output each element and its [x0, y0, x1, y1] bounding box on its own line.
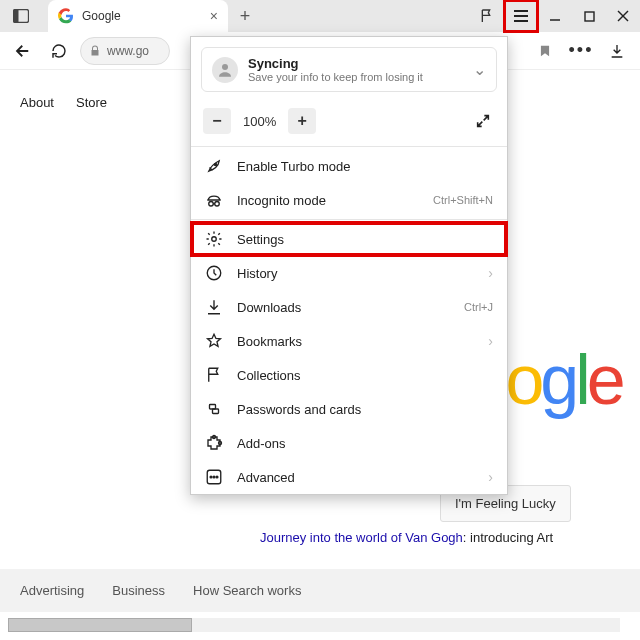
- menu-item-turbo[interactable]: Enable Turbo mode: [191, 149, 507, 183]
- flag-icon: [479, 8, 495, 24]
- titlebar: Google × +: [0, 0, 640, 32]
- bookmark-button[interactable]: [530, 36, 560, 66]
- menu-item-collections[interactable]: Collections: [191, 358, 507, 392]
- footer-business[interactable]: Business: [112, 583, 165, 598]
- window-close[interactable]: [606, 0, 640, 32]
- menu-item-bookmarks[interactable]: Bookmarks ›: [191, 324, 507, 358]
- footer-how-search-works[interactable]: How Search works: [193, 583, 301, 598]
- chevron-right-icon: ›: [488, 265, 493, 281]
- page-footer: Advertising Business How Search works: [0, 569, 640, 612]
- sync-title: Syncing: [248, 56, 423, 71]
- more-icon: [205, 468, 223, 486]
- nav-store[interactable]: Store: [76, 95, 107, 110]
- zoom-row: − 100% +: [191, 102, 507, 144]
- google-g-icon: [58, 8, 74, 24]
- arrow-left-icon: [14, 42, 32, 60]
- svg-point-10: [214, 163, 216, 165]
- menu-item-settings[interactable]: Settings: [191, 222, 507, 256]
- fullscreen-icon: [475, 113, 491, 129]
- promo-tail: : introducing Art: [463, 530, 553, 545]
- main-menu-popup: Syncing Save your info to keep from losi…: [190, 36, 508, 495]
- reload-icon: [51, 43, 67, 59]
- nav-about[interactable]: About: [20, 95, 54, 110]
- bookmark-icon: [538, 43, 552, 59]
- url-text: www.go: [107, 44, 149, 58]
- download-icon: [609, 43, 625, 59]
- page-nav: About Store: [20, 95, 107, 110]
- puzzle-icon: [205, 434, 223, 452]
- horizontal-scrollbar[interactable]: [8, 618, 620, 632]
- svg-point-20: [210, 476, 212, 478]
- lock-icon: [89, 45, 101, 57]
- sync-subtitle: Save your info to keep from losing it: [248, 71, 423, 83]
- maximize-icon: [584, 11, 595, 22]
- footer-advertising[interactable]: Advertising: [20, 583, 84, 598]
- tab-favicon: [58, 8, 74, 24]
- tab-title: Google: [82, 9, 202, 23]
- hamburger-menu-button[interactable]: [504, 0, 538, 32]
- close-icon: [617, 10, 629, 22]
- avatar-icon: [212, 57, 238, 83]
- reload-button[interactable]: [44, 36, 74, 66]
- star-icon: [205, 332, 223, 350]
- chevron-down-icon: ⌄: [473, 60, 486, 79]
- svg-rect-6: [585, 12, 594, 21]
- menu-item-downloads[interactable]: Downloads Ctrl+J: [191, 290, 507, 324]
- svg-point-22: [216, 476, 218, 478]
- sync-card[interactable]: Syncing Save your info to keep from losi…: [201, 47, 497, 92]
- hamburger-icon: [513, 9, 529, 23]
- menu-item-addons[interactable]: Add-ons: [191, 426, 507, 460]
- svg-point-9: [222, 64, 228, 70]
- panel-icon: [13, 9, 29, 23]
- tab-close[interactable]: ×: [210, 8, 218, 24]
- window-minimize[interactable]: [538, 0, 572, 32]
- chevron-right-icon: ›: [488, 333, 493, 349]
- gear-icon: [205, 230, 223, 248]
- sidebar-toggle[interactable]: [0, 9, 42, 23]
- svg-point-11: [209, 202, 214, 207]
- menu-item-passwords[interactable]: Passwords and cards: [191, 392, 507, 426]
- rocket-icon: [205, 157, 223, 175]
- zoom-out-button[interactable]: −: [203, 108, 231, 134]
- zoom-in-button[interactable]: +: [288, 108, 316, 134]
- download-icon: [205, 298, 223, 316]
- downloads-toolbar-button[interactable]: [602, 36, 632, 66]
- promo-line: Journey into the world of Van Gogh: intr…: [260, 530, 553, 545]
- fullscreen-button[interactable]: [471, 109, 495, 133]
- scrollbar-thumb[interactable]: [8, 618, 192, 632]
- svg-point-12: [215, 202, 220, 207]
- svg-point-13: [212, 237, 217, 242]
- browser-tab[interactable]: Google ×: [48, 0, 228, 32]
- menu-item-incognito[interactable]: Incognito mode Ctrl+Shift+N: [191, 183, 507, 217]
- svg-rect-1: [14, 10, 19, 23]
- history-icon: [205, 264, 223, 282]
- collections-icon: [205, 366, 223, 384]
- titlebar-right: [470, 0, 640, 32]
- svg-rect-16: [213, 409, 219, 414]
- incognito-icon: [205, 191, 223, 209]
- passwords-icon: [205, 400, 223, 418]
- svg-point-21: [213, 476, 215, 478]
- window-maximize[interactable]: [572, 0, 606, 32]
- collections-titlebar-button[interactable]: [470, 0, 504, 32]
- back-button[interactable]: [8, 36, 38, 66]
- chevron-right-icon: ›: [488, 469, 493, 485]
- promo-link[interactable]: Journey into the world of Van Gogh: [260, 530, 463, 545]
- menu-item-advanced[interactable]: Advanced ›: [191, 460, 507, 494]
- address-bar[interactable]: www.go: [80, 37, 170, 65]
- more-button[interactable]: •••: [566, 36, 596, 66]
- zoom-value: 100%: [235, 114, 284, 129]
- menu-item-history[interactable]: History ›: [191, 256, 507, 290]
- new-tab-button[interactable]: +: [228, 6, 262, 27]
- titlebar-left: Google × +: [0, 0, 262, 32]
- minimize-icon: [549, 10, 561, 22]
